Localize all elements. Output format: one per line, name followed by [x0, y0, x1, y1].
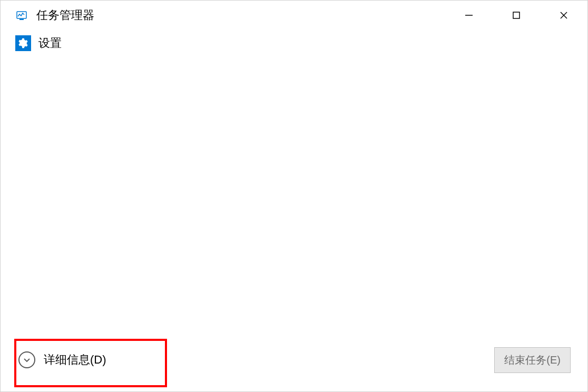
close-button[interactable] [540, 1, 587, 30]
end-task-button[interactable]: 结束任务(E) [494, 347, 571, 373]
window-title: 任务管理器 [36, 7, 94, 23]
details-label: 详细信息(D) [44, 352, 106, 368]
titlebar: 任务管理器 [1, 1, 587, 30]
menubar: 设置 [1, 30, 587, 56]
svg-rect-1 [19, 19, 24, 20]
task-manager-icon [15, 9, 28, 22]
window-controls [445, 1, 587, 30]
task-manager-window: 任务管理器 [0, 0, 588, 392]
gear-icon [15, 35, 31, 51]
footer: 详细信息(D) 结束任务(E) [1, 339, 587, 391]
process-list-area [1, 56, 587, 339]
chevron-down-icon [18, 351, 35, 368]
minimize-button[interactable] [445, 1, 493, 30]
maximize-button[interactable] [493, 1, 540, 30]
more-details-toggle[interactable]: 详细信息(D) [14, 339, 143, 381]
svg-rect-3 [513, 12, 520, 18]
settings-label[interactable]: 设置 [38, 35, 62, 51]
